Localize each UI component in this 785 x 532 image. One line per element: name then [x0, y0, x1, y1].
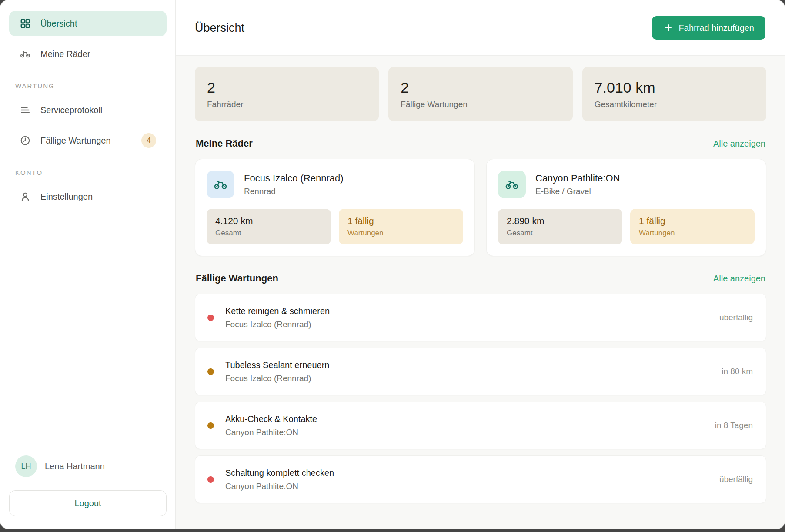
stats-row: 2 Fahrräder 2 Fällige Wartungen 7.010 km…	[195, 67, 766, 121]
bikes-section-title: Meine Räder	[196, 138, 253, 149]
sidebar-item-label: Einstellungen	[40, 192, 93, 202]
main-area: Übersicht Fahrrad hinzufügen 2 Fahrräder	[176, 0, 785, 529]
sidebar: Übersicht Meine Räder WARTUNG	[0, 0, 176, 529]
bike-card-focus[interactable]: Focus Izalco (Rennrad) Rennrad 4.120 km …	[195, 159, 475, 256]
task-title: Akku-Check & Kontakte	[225, 414, 317, 424]
user-icon	[20, 191, 31, 202]
task-status: überfällig	[719, 313, 753, 322]
task-text: Kette reinigen & schmieren Focus Izalco …	[225, 306, 330, 329]
bike-stats: 4.120 km Gesamt 1 fällig Wartungen	[207, 209, 463, 244]
task-title: Kette reinigen & schmieren	[225, 306, 330, 316]
bike-type: Rennrad	[244, 187, 344, 196]
maintenance-section-head: Fällige Wartungen Alle anzeigen	[196, 273, 765, 284]
sidebar-item-meine-raeder[interactable]: Meine Räder	[9, 41, 167, 67]
bike-km-value: 4.120 km	[215, 216, 322, 226]
main-body: 2 Fahrräder 2 Fällige Wartungen 7.010 km…	[176, 56, 785, 529]
task-row[interactable]: Schaltung komplett checken Canyon Pathli…	[195, 455, 766, 503]
stat-value: 2	[401, 79, 560, 96]
bikes-see-all-link[interactable]: Alle anzeigen	[713, 139, 765, 149]
task-status: in 8 Tagen	[715, 421, 753, 430]
sidebar-item-serviceprotokoll[interactable]: Serviceprotokoll	[9, 97, 167, 123]
task-bike: Focus Izalco (Rennrad)	[225, 320, 330, 329]
plus-icon	[663, 23, 674, 33]
stat-value: 7.010 km	[595, 79, 754, 96]
task-list: Kette reinigen & schmieren Focus Izalco …	[195, 294, 766, 503]
bike-card-canyon[interactable]: Canyon Pathlite:ON E-Bike / Gravel 2.890…	[486, 159, 766, 256]
bike-type: E-Bike / Gravel	[535, 187, 620, 196]
user-row: LH Lena Hartmann	[9, 455, 167, 477]
task-bike: Canyon Pathlite:ON	[225, 482, 334, 491]
bike-due-value: 1 fällig	[347, 216, 454, 226]
bike-head-text: Focus Izalco (Rennrad) Rennrad	[244, 173, 344, 196]
maintenance-see-all-link[interactable]: Alle anzeigen	[713, 274, 765, 284]
task-status: überfällig	[719, 475, 753, 484]
task-status: in 80 km	[722, 367, 753, 376]
sidebar-item-label: Serviceprotokoll	[40, 105, 102, 115]
clock-icon	[20, 135, 31, 146]
sidebar-spacer	[9, 209, 167, 444]
bike-due-label: Wartungen	[347, 229, 454, 238]
bike-name: Canyon Pathlite:ON	[535, 173, 620, 184]
bike-km-value: 2.890 km	[507, 216, 614, 226]
bike-km-tile: 4.120 km Gesamt	[207, 209, 331, 244]
avatar: LH	[15, 455, 37, 477]
stat-label: Gesamtkilometer	[595, 100, 754, 109]
bike-card-head: Focus Izalco (Rennrad) Rennrad	[207, 171, 463, 198]
sidebar-item-faellige-wartungen[interactable]: Fällige Wartungen 4	[9, 128, 167, 153]
sidebar-item-label: Übersicht	[40, 19, 77, 29]
stat-card-km: 7.010 km Gesamtkilometer	[582, 67, 766, 121]
task-title: Tubeless Sealant erneuern	[225, 360, 329, 370]
task-title: Schaltung komplett checken	[225, 468, 334, 478]
stat-value: 2	[207, 79, 367, 96]
task-text: Schaltung komplett checken Canyon Pathli…	[225, 468, 334, 491]
bike-icon	[20, 48, 31, 60]
task-row[interactable]: Kette reinigen & schmieren Focus Izalco …	[195, 294, 766, 341]
list-icon	[20, 104, 31, 116]
bike-name: Focus Izalco (Rennrad)	[244, 173, 344, 184]
due-count-badge: 4	[141, 133, 156, 148]
app-window: Übersicht Meine Räder WARTUNG	[0, 0, 785, 529]
add-bike-button[interactable]: Fahrrad hinzufügen	[652, 16, 765, 40]
logout-button[interactable]: Logout	[9, 490, 167, 516]
grid-icon	[20, 18, 31, 29]
bike-icon	[498, 171, 526, 198]
sidebar-section-wartung: WARTUNG	[15, 82, 167, 90]
status-dot-red	[207, 315, 214, 321]
status-dot-amber	[207, 368, 214, 375]
task-bike: Focus Izalco (Rennrad)	[225, 374, 329, 383]
user-name: Lena Hartmann	[45, 462, 105, 472]
bikes-section-head: Meine Räder Alle anzeigen	[196, 138, 765, 149]
bike-due-tile: 1 fällig Wartungen	[630, 209, 755, 244]
status-dot-amber	[207, 422, 214, 429]
page-title: Übersicht	[195, 21, 244, 35]
sidebar-item-einstellungen[interactable]: Einstellungen	[9, 184, 167, 209]
task-row[interactable]: Akku-Check & Kontakte Canyon Pathlite:ON…	[195, 402, 766, 449]
stat-card-due: 2 Fällige Wartungen	[388, 67, 572, 121]
bike-grid: Focus Izalco (Rennrad) Rennrad 4.120 km …	[195, 159, 766, 256]
bike-icon	[207, 171, 234, 198]
add-bike-button-label: Fahrrad hinzufügen	[679, 23, 754, 33]
sidebar-section-konto: KONTO	[15, 169, 167, 176]
bike-km-tile: 2.890 km Gesamt	[498, 209, 622, 244]
maintenance-section-title: Fällige Wartungen	[196, 273, 278, 284]
bike-km-label: Gesamt	[215, 229, 322, 238]
bike-km-label: Gesamt	[507, 229, 614, 238]
bike-stats: 2.890 km Gesamt 1 fällig Wartungen	[498, 209, 755, 244]
stat-label: Fällige Wartungen	[401, 100, 560, 109]
sidebar-footer: LH Lena Hartmann Logout	[9, 444, 167, 516]
task-text: Akku-Check & Kontakte Canyon Pathlite:ON	[225, 414, 317, 437]
task-row[interactable]: Tubeless Sealant erneuern Focus Izalco (…	[195, 348, 766, 395]
status-dot-red	[207, 476, 214, 483]
task-text: Tubeless Sealant erneuern Focus Izalco (…	[225, 360, 329, 383]
bike-due-label: Wartungen	[639, 229, 746, 238]
sidebar-item-uebersicht[interactable]: Übersicht	[9, 11, 167, 36]
bike-card-head: Canyon Pathlite:ON E-Bike / Gravel	[498, 171, 755, 198]
task-bike: Canyon Pathlite:ON	[225, 428, 317, 437]
bike-due-value: 1 fällig	[639, 216, 746, 226]
sidebar-item-label: Meine Räder	[40, 49, 90, 59]
stat-card-bikes: 2 Fahrräder	[195, 67, 379, 121]
bike-due-tile: 1 fällig Wartungen	[339, 209, 463, 244]
sidebar-item-label: Fällige Wartungen	[40, 136, 111, 146]
stat-label: Fahrräder	[207, 100, 367, 109]
main-header: Übersicht Fahrrad hinzufügen	[176, 0, 785, 56]
